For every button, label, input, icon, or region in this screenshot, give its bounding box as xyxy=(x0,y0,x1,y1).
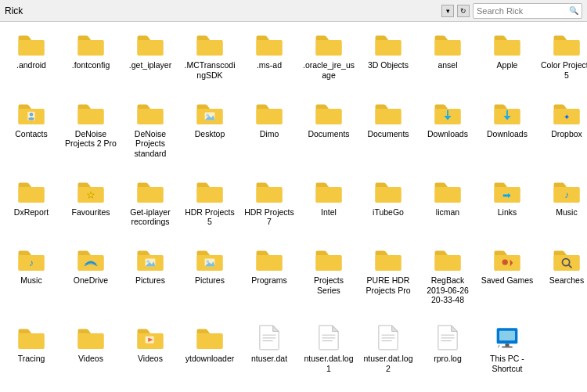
list-item[interactable]: .MCTranscodingSDK xyxy=(182,27,238,94)
list-item[interactable]: OneDrive xyxy=(63,242,119,318)
list-item[interactable]: HDR Projects 7 xyxy=(241,174,297,241)
svg-rect-35 xyxy=(316,187,342,203)
list-item[interactable]: 3D Objects xyxy=(360,27,416,94)
list-item[interactable]: Desktop xyxy=(182,95,238,172)
list-item[interactable]: Videos xyxy=(63,320,119,387)
list-item[interactable]: ✦ Dropbox xyxy=(538,95,587,172)
list-item[interactable]: Downloads xyxy=(420,95,476,172)
list-item[interactable]: This PC - Shortcut xyxy=(479,320,535,387)
list-item[interactable]: DxReport xyxy=(3,174,59,241)
folder-icon xyxy=(194,99,225,127)
file-label: Searches xyxy=(549,275,584,286)
svg-rect-33 xyxy=(197,187,223,203)
list-item[interactable]: Dimo xyxy=(241,95,297,172)
folder-icon xyxy=(373,245,404,273)
svg-rect-37 xyxy=(435,187,461,203)
svg-rect-20 xyxy=(257,109,283,124)
list-item[interactable]: ntuser.dat.log2 xyxy=(360,320,416,387)
svg-rect-82 xyxy=(499,331,515,341)
list-item[interactable]: ntuser.dat xyxy=(241,320,297,387)
svg-rect-68 xyxy=(197,333,223,349)
list-item[interactable]: Searches xyxy=(538,242,587,318)
file-label: Favourites xyxy=(71,207,110,218)
title-refresh[interactable]: ↻ xyxy=(457,5,470,17)
list-item[interactable]: .oracle_jre_usage xyxy=(301,27,357,94)
list-item[interactable]: Programs xyxy=(241,242,297,318)
svg-rect-0 xyxy=(19,40,45,56)
list-item[interactable]: .ms-ad xyxy=(241,27,297,94)
list-item[interactable]: RegBack 2019-06-26 20-33-48 xyxy=(420,242,476,318)
svg-rect-36 xyxy=(376,187,402,203)
svg-rect-3 xyxy=(197,40,223,56)
list-item[interactable]: Apple xyxy=(479,27,535,94)
folder-icon: ✦ xyxy=(551,99,582,127)
list-item[interactable]: Contacts xyxy=(3,95,59,172)
list-item[interactable]: Downloads xyxy=(479,95,535,172)
list-item[interactable]: Tracing xyxy=(3,320,59,387)
file-label: Downloads xyxy=(487,129,528,139)
list-item[interactable]: ♪ Music xyxy=(538,174,587,241)
svg-rect-84 xyxy=(502,347,512,348)
folder-icon xyxy=(373,99,404,127)
list-item[interactable]: Get-iplayer recordings xyxy=(122,174,178,241)
svg-rect-7 xyxy=(435,40,461,56)
svg-rect-63 xyxy=(19,333,45,349)
list-item[interactable]: DeNoise Projects standard xyxy=(122,95,178,172)
list-item[interactable]: HDR Projects 5 xyxy=(182,174,238,241)
file-label: OneDrive xyxy=(74,275,108,286)
svg-rect-1 xyxy=(78,40,104,56)
list-item[interactable]: PURE HDR Projects Pro xyxy=(360,242,416,318)
file-label: Desktop xyxy=(195,129,225,139)
file-icon xyxy=(313,323,344,351)
file-label: ytdownloader xyxy=(185,354,234,364)
svg-rect-5 xyxy=(316,40,342,56)
svg-point-47 xyxy=(146,261,149,264)
file-label: 3D Objects xyxy=(368,60,409,70)
svg-rect-6 xyxy=(376,40,402,56)
folder-icon: ➡ xyxy=(492,177,523,205)
list-item[interactable]: ➡ Links xyxy=(479,174,535,241)
folder-icon xyxy=(135,323,166,351)
title-chevron-down[interactable]: ▾ xyxy=(441,5,454,17)
folder-icon xyxy=(16,323,47,351)
folder-icon xyxy=(373,30,404,58)
list-item[interactable]: Saved Games xyxy=(479,242,535,318)
file-label: PURE HDR Projects Pro xyxy=(362,275,415,295)
folder-icon xyxy=(432,177,463,205)
list-item[interactable]: Projects Series xyxy=(301,242,357,318)
list-item[interactable]: ♪ Music xyxy=(3,242,59,318)
list-item[interactable]: iTubeGo xyxy=(360,174,416,241)
list-item[interactable]: .android xyxy=(3,27,59,94)
list-item[interactable]: ntuser.dat.log1 xyxy=(301,320,357,387)
list-item[interactable]: rpro.log xyxy=(420,320,476,387)
list-item[interactable]: Intel xyxy=(301,174,357,241)
list-item[interactable]: Videos xyxy=(122,320,178,387)
file-label: Videos xyxy=(78,354,103,364)
list-item[interactable]: ansel xyxy=(420,27,476,94)
svg-rect-2 xyxy=(138,40,164,56)
list-item[interactable]: licman xyxy=(420,174,476,241)
file-label: Dropbox xyxy=(551,129,582,139)
svg-text:♪: ♪ xyxy=(29,257,34,268)
file-label: ntuser.dat.log1 xyxy=(302,354,355,373)
list-item[interactable]: ytdownloader xyxy=(182,320,238,387)
folder-icon xyxy=(16,177,47,205)
list-item[interactable]: Color Projects 5 xyxy=(538,27,587,94)
list-item[interactable]: ★ Favourites xyxy=(63,174,119,241)
list-item[interactable]: Pictures xyxy=(182,242,238,318)
folder-icon xyxy=(254,99,285,127)
list-item[interactable]: Documents xyxy=(360,95,416,172)
list-item[interactable]: Pictures xyxy=(122,242,178,318)
file-label: .oracle_jre_usage xyxy=(302,60,355,80)
list-item[interactable]: .fontconfig xyxy=(63,27,119,94)
file-label: HDR Projects 5 xyxy=(183,207,236,227)
list-item[interactable]: Documents xyxy=(301,95,357,172)
file-label: Pictures xyxy=(135,275,165,286)
folder-icon xyxy=(551,245,582,273)
folder-icon xyxy=(194,30,225,58)
search-bar[interactable]: Search Rick 🔍 xyxy=(473,3,582,19)
file-label: Documents xyxy=(367,129,409,139)
file-label: Pictures xyxy=(195,275,225,286)
list-item[interactable]: DeNoise Projects 2 Pro xyxy=(63,95,119,172)
list-item[interactable]: .get_iplayer xyxy=(122,27,178,94)
